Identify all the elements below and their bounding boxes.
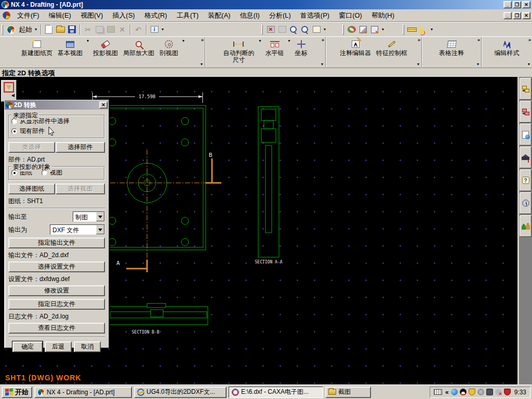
taskbar-task-folder[interactable]: 截图 — [325, 387, 371, 398]
tab-help[interactable]: ? — [520, 169, 531, 191]
collapse-icon[interactable]: ◀ — [11, 94, 15, 98]
display-dropdown-icon[interactable]: ▾ — [380, 27, 385, 32]
toolbar-grip[interactable] — [342, 24, 344, 35]
toolbar-options-icon[interactable]: ▾ — [201, 62, 203, 66]
section-view-button[interactable]: 剖视图 — [159, 38, 178, 57]
inferred-dimension-dropdown-icon[interactable]: ▾ — [257, 38, 262, 43]
radio-checked-icon[interactable] — [11, 170, 17, 176]
tab-history[interactable] — [520, 147, 531, 168]
tab-web-browser[interactable] — [520, 124, 531, 145]
dialog-titlebar[interactable]: 2D 转换 ✕ — [5, 100, 109, 110]
document-menu-icon[interactable] — [3, 11, 10, 19]
output-as-select[interactable]: DXF 文件 — [50, 224, 105, 235]
overflow-icon[interactable]: » — [418, 37, 419, 43]
tabular-note-button[interactable]: 表格注释 — [439, 38, 464, 57]
annotation-editor-button[interactable]: 注释编辑器 — [340, 38, 371, 57]
update-display-icon[interactable]: ✕ — [265, 24, 276, 35]
output-to-select[interactable]: 制图 — [73, 211, 105, 222]
palette-icon[interactable] — [347, 24, 357, 35]
export-info-icon[interactable]: i — [149, 24, 159, 35]
detail-view-button[interactable]: 局部放大图 — [123, 38, 154, 57]
zoom-icon[interactable] — [300, 24, 310, 35]
projected-view-button[interactable]: 投影视图 — [93, 38, 118, 57]
menu-file[interactable]: 文件(F) — [12, 9, 44, 22]
selection-filter-icon[interactable] — [4, 82, 14, 92]
menu-help[interactable]: 帮助(H) — [367, 9, 399, 22]
toolbar-options-icon[interactable]: ▾ — [528, 62, 530, 66]
menu-window[interactable]: 窗口(O) — [334, 9, 367, 22]
taskbar-task-nx[interactable]: NX 4 - Drafting - [AD.prt] — [34, 387, 132, 398]
angle-measure-icon[interactable] — [418, 24, 429, 35]
antivirus-shield-icon[interactable] — [469, 389, 475, 395]
cancel-button[interactable]: 取消 — [74, 341, 101, 352]
menu-tools[interactable]: 工具(T) — [172, 9, 204, 22]
specify-log-file-button[interactable]: 指定日志文件 — [8, 299, 105, 310]
internet-tray-icon[interactable] — [451, 389, 458, 395]
graphics-window[interactable]: 17.598 B A SECTION A-A — [0, 77, 517, 384]
menu-information[interactable]: 信息(I) — [235, 9, 264, 22]
overflow-icon[interactable]: » — [322, 37, 323, 43]
toolbar-options-icon[interactable]: ▾ — [321, 62, 323, 66]
taskbar-task-caxa[interactable]: E:\6.dxf - CAXA电子图... — [229, 387, 323, 398]
menu-view[interactable]: 视图(V) — [76, 9, 108, 22]
display-icon[interactable] — [486, 389, 493, 395]
start-button[interactable]: 开始 — [2, 387, 32, 398]
select-settings-file-button[interactable]: 选择设置文件 — [8, 261, 105, 272]
base-view-button[interactable]: 基本视图 — [58, 38, 83, 57]
base-view-dropdown-icon[interactable]: ▾ — [85, 38, 90, 43]
section-view-dropdown-icon[interactable]: ▾ — [181, 38, 186, 43]
edit-style-button[interactable]: 编辑样式 — [495, 38, 520, 57]
tab-part-navigator[interactable] — [520, 101, 531, 123]
overflow-icon[interactable]: » — [528, 37, 530, 43]
new-part-icon[interactable] — [44, 24, 54, 35]
horizontal-chain-dropdown-icon[interactable]: ▾ — [287, 38, 292, 43]
security-alert-icon[interactable] — [504, 389, 511, 395]
radio-existing-part[interactable]: 现有部件 — [11, 126, 102, 136]
start-menu-button[interactable]: 起始 — [17, 25, 33, 34]
feature-control-frame-button[interactable]: 特征控制框 — [376, 38, 407, 57]
input-method-keyboard-icon[interactable] — [434, 389, 442, 395]
network-offline-icon[interactable] — [495, 389, 502, 395]
mdi-close-button[interactable]: ✕ — [522, 12, 530, 19]
toolbar-grip[interactable] — [2, 24, 3, 35]
tab-system-scene[interactable] — [520, 192, 531, 214]
dimension-measure-icon[interactable] — [407, 24, 417, 35]
menu-analysis[interactable]: 分析(L) — [264, 9, 296, 22]
new-sheet-button[interactable]: 新建图纸页 — [21, 38, 52, 57]
toolbar-options-icon[interactable]: ▾ — [417, 62, 419, 66]
qq-messenger-icon[interactable] — [460, 389, 467, 395]
open-icon[interactable] — [55, 24, 65, 35]
toolbar-grip[interactable] — [403, 24, 404, 35]
menu-edit[interactable]: 编辑(E) — [44, 9, 76, 22]
select-sheet-button[interactable]: 选择图纸 — [8, 183, 55, 194]
start-dropdown-icon[interactable]: ▾ — [33, 27, 38, 32]
taskbar-task-browser[interactable]: UG4.0导出的2DDXF文... — [134, 387, 227, 398]
modify-settings-button[interactable]: 修改设置 — [8, 285, 105, 296]
menu-format[interactable]: 格式(R) — [140, 9, 172, 22]
zoom-box-icon[interactable] — [288, 24, 299, 35]
ordinate-button[interactable]: 坐标 — [295, 38, 308, 57]
pan-icon[interactable] — [311, 24, 322, 35]
view-log-file-button[interactable]: 查看日志文件 — [8, 323, 105, 334]
restore-button[interactable]: ❐ — [513, 1, 521, 8]
radio-icon[interactable] — [42, 170, 47, 176]
mdi-minimize-button[interactable]: _ — [503, 12, 512, 19]
toolbar-grip[interactable] — [261, 24, 263, 35]
tab-roles[interactable] — [520, 215, 531, 237]
close-button[interactable]: ✕ — [522, 1, 530, 8]
wireframe-display-icon[interactable] — [369, 24, 380, 35]
chevron-down-icon[interactable] — [96, 225, 104, 234]
radio-icon[interactable] — [11, 118, 17, 124]
shaded-display-icon[interactable] — [358, 24, 368, 35]
menu-assemblies[interactable]: 装配(A) — [203, 9, 235, 22]
hidden-icons-chevron-icon[interactable]: « — [445, 389, 449, 396]
view-dropdown-icon[interactable]: ▾ — [322, 27, 327, 32]
menu-insert[interactable]: 插入(S) — [108, 9, 139, 22]
specify-output-file-button[interactable]: 指定输出文件 — [8, 237, 105, 248]
back-button[interactable]: 后退 — [45, 341, 72, 352]
tab-assembly-navigator[interactable] — [520, 78, 531, 100]
save-icon[interactable] — [66, 24, 77, 35]
dialog-close-icon[interactable]: ✕ — [99, 101, 108, 109]
inferred-dimension-button[interactable]: 自动判断的尺寸 — [222, 38, 255, 63]
minimize-button[interactable]: _ — [503, 1, 512, 8]
